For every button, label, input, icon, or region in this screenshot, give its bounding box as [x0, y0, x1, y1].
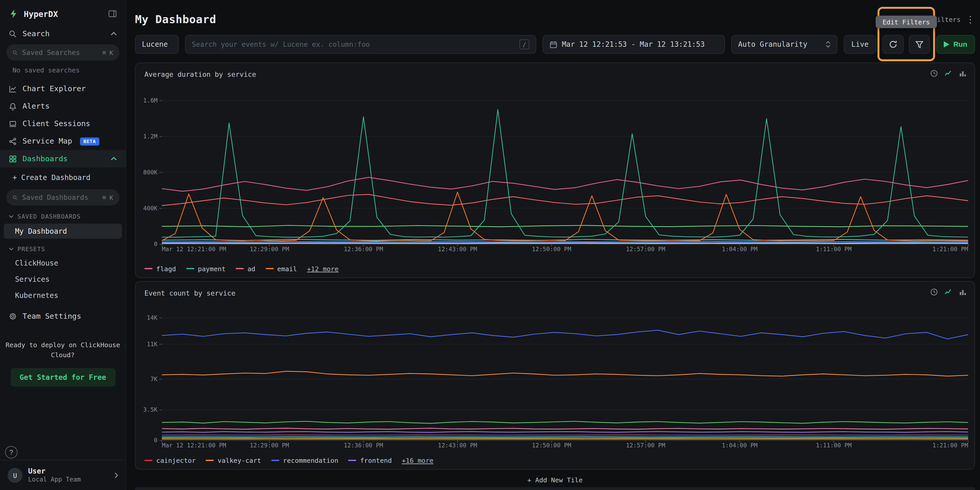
- sidebar-item-alerts[interactable]: Alerts: [0, 97, 126, 115]
- shortcut-badge: ⌘ K: [102, 194, 113, 201]
- legend-swatch: [145, 460, 153, 461]
- search-icon: [13, 49, 18, 56]
- next-tile-edge: [135, 487, 975, 490]
- refresh-button[interactable]: [883, 35, 904, 54]
- sidebar-item-label: Client Sessions: [22, 119, 91, 128]
- series-more-c: [162, 436, 968, 437]
- app-name: HyperDX: [24, 9, 58, 18]
- time-range-icon[interactable]: [930, 288, 938, 296]
- svg-text:Mar 12 12:21:00 PM: Mar 12 12:21:00 PM: [162, 246, 226, 252]
- calendar-icon: [549, 40, 558, 49]
- svg-text:12:36:00 PM: 12:36:00 PM: [344, 442, 383, 449]
- sidebar-item-chart-explorer[interactable]: Chart Explorer: [0, 80, 126, 97]
- svg-text:0: 0: [154, 437, 158, 444]
- svg-text:1:21:00 PM: 1:21:00 PM: [932, 442, 968, 449]
- duration-chart-canvas[interactable]: 1.6M1.2M800K400K0Mar 12 12:21:00 PM12:29…: [139, 95, 972, 253]
- no-saved-searches-note: No saved searches: [0, 62, 126, 80]
- user-menu[interactable]: U User Local App Team: [0, 460, 126, 490]
- svg-text:1:11:00 PM: 1:11:00 PM: [816, 442, 851, 449]
- legend-label: recommendation: [283, 457, 338, 464]
- chevron-down-icon: [9, 215, 14, 218]
- add-new-tile-button[interactable]: + Add New Tile: [135, 476, 975, 483]
- chart-legend: cainjectorvalkey-cartrecommendationfront…: [145, 457, 433, 464]
- run-button-label: Run: [953, 41, 967, 48]
- series-frontend: [162, 432, 968, 433]
- sidebar-item-search[interactable]: Search: [0, 25, 126, 42]
- run-button[interactable]: Run: [936, 35, 975, 54]
- saved-dashboards-field[interactable]: [22, 193, 98, 201]
- help-button[interactable]: ?: [5, 446, 18, 459]
- filter-button[interactable]: [909, 35, 930, 54]
- sidebar-preset-services[interactable]: Services: [0, 271, 126, 287]
- time-range-icon[interactable]: [930, 69, 938, 78]
- svg-text:800K: 800K: [143, 169, 158, 176]
- legend-label: payment: [198, 265, 226, 272]
- edit-filters-tooltip: Edit Filters: [876, 16, 937, 28]
- granularity-select[interactable]: Auto Granularity: [731, 35, 838, 54]
- bar-chart-icon[interactable]: [959, 69, 967, 78]
- refresh-icon: [889, 40, 897, 49]
- line-chart-icon[interactable]: [944, 288, 953, 296]
- dashboard-header: My Dashboard Edit Filters ⋮: [126, 0, 980, 29]
- legend-swatch: [348, 460, 356, 461]
- app-root: HyperDX Search ⌘ K No saved searches Cha…: [0, 0, 980, 490]
- event-search-input[interactable]: [192, 40, 515, 49]
- beta-badge: BETA: [80, 137, 99, 145]
- collapse-sidebar-icon[interactable]: [108, 9, 117, 18]
- saved-searches-field[interactable]: [22, 49, 98, 57]
- shortcut-badge: ⌘ K: [102, 49, 113, 56]
- bar-chart-icon[interactable]: [959, 288, 967, 296]
- series-more-e: [162, 225, 968, 227]
- event-count-chart-canvas[interactable]: 14K11K7K3.5K0Mar 12 12:21:00 PM12:29:00 …: [139, 313, 972, 449]
- hyperdx-logo-icon: [9, 9, 19, 19]
- gear-icon: [9, 312, 17, 320]
- legend-more-link[interactable]: +16 more: [402, 457, 433, 464]
- bell-icon: [9, 102, 17, 110]
- saved-dashboards-section-header[interactable]: SAVED DASHBOARDS: [0, 208, 126, 222]
- query-language-select[interactable]: Lucene: [135, 35, 178, 54]
- kebab-menu-icon[interactable]: ⋮: [966, 15, 975, 24]
- get-started-button[interactable]: Get Started for Free: [10, 368, 115, 387]
- dashboards-icon: [9, 155, 17, 163]
- chevron-up-icon: [111, 32, 117, 36]
- sidebar: HyperDX Search ⌘ K No saved searches Cha…: [0, 0, 126, 490]
- series-email: [162, 192, 968, 241]
- legend-item: flagd: [145, 265, 176, 272]
- live-button[interactable]: Live: [844, 35, 876, 54]
- svg-text:12:57:00 PM: 12:57:00 PM: [626, 246, 665, 252]
- legend-more-link[interactable]: +12 more: [307, 265, 339, 272]
- create-dashboard-button[interactable]: + Create Dashboard: [0, 167, 126, 187]
- series-valkey-cart: [162, 371, 968, 376]
- legend-item: cainjector: [145, 457, 196, 464]
- legend-label: frontend: [360, 457, 392, 464]
- sidebar-item-team-settings[interactable]: Team Settings: [0, 308, 126, 325]
- main-content: My Dashboard Edit Filters ⋮ Lucene / Mar…: [126, 0, 980, 490]
- sidebar-item-client-sessions[interactable]: Client Sessions: [0, 115, 126, 133]
- svg-text:Mar 12 12:21:00 PM: Mar 12 12:21:00 PM: [162, 442, 226, 449]
- saved-searches-input[interactable]: ⌘ K: [6, 44, 119, 60]
- user-name: User: [28, 467, 81, 476]
- svg-text:12:50:00 PM: 12:50:00 PM: [532, 246, 571, 252]
- up-down-chevrons-icon: [826, 41, 830, 48]
- page-title: My Dashboard: [135, 13, 216, 26]
- sidebar-preset-clickhouse[interactable]: ClickHouse: [0, 255, 126, 271]
- series-cainjector: [162, 435, 968, 435]
- legend-item: valkey-cart: [206, 457, 261, 464]
- date-range-picker[interactable]: Mar 12 12:21:53 - Mar 12 13:21:53: [542, 35, 725, 54]
- legend-swatch: [266, 268, 274, 269]
- sidebar-item-dashboards[interactable]: Dashboards: [0, 150, 126, 167]
- series-ad: [162, 194, 968, 206]
- sidebar-preset-kubernetes[interactable]: Kubernetes: [0, 287, 126, 304]
- sidebar-dashboard-my-dashboard[interactable]: My Dashboard: [4, 224, 122, 239]
- legend-item: frontend: [348, 457, 392, 464]
- svg-text:7K: 7K: [150, 376, 158, 382]
- presets-section-header[interactable]: PRESETS: [0, 240, 126, 255]
- chevron-up-icon: [111, 157, 117, 161]
- filter-funnel-icon: [915, 40, 924, 49]
- sidebar-item-service-map[interactable]: Service Map BETA: [0, 133, 126, 150]
- svg-text:1:21:00 PM: 1:21:00 PM: [932, 246, 968, 252]
- svg-text:1.6M: 1.6M: [143, 97, 158, 104]
- line-chart-icon[interactable]: [944, 69, 953, 78]
- svg-text:12:43:00 PM: 12:43:00 PM: [438, 442, 477, 449]
- saved-dashboards-input[interactable]: ⌘ K: [6, 189, 119, 205]
